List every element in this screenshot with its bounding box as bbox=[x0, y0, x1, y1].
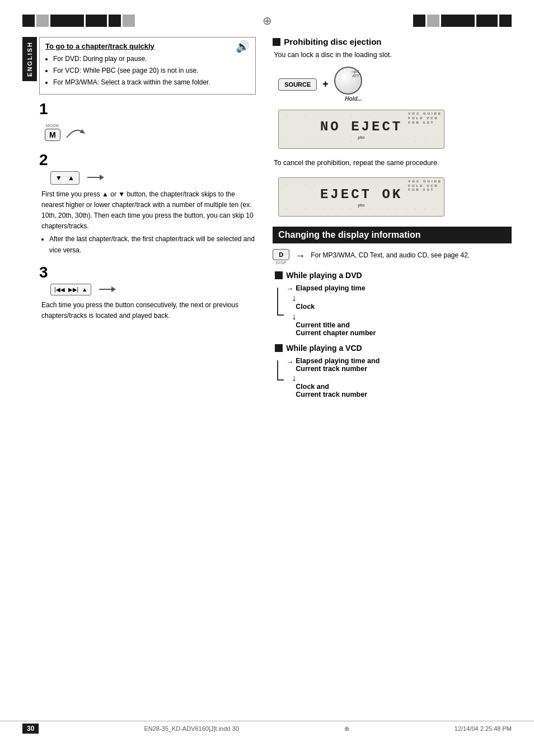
chapter-track-bullets: For DVD: During play or pause. For VCD: … bbox=[45, 54, 250, 88]
step-right-arrow bbox=[87, 175, 104, 180]
mode-button: M bbox=[45, 129, 60, 141]
dvd-flow-row-1: → Elapsed playing time bbox=[286, 284, 376, 293]
step-1-number: 1 bbox=[39, 101, 256, 117]
step-1: 1 MODE M bbox=[39, 101, 256, 143]
step-3: 3 |◀◀ ▶▶| ▲ Each time you press the butt… bbox=[39, 265, 256, 321]
dvd-flow-entry-1: → Elapsed playing time ↓ → Clock ↓ → Cur… bbox=[277, 284, 512, 337]
disp-arrow-icon: → bbox=[295, 250, 305, 262]
dvd-flow-labels: → Elapsed playing time ↓ → Clock ↓ → Cur… bbox=[286, 284, 376, 337]
dvd-flow-row-2: → Clock bbox=[286, 303, 376, 311]
cancel-text: To cancel the prohibition, repeat the sa… bbox=[274, 158, 512, 168]
bar-block bbox=[499, 15, 512, 27]
source-button: SOURCE bbox=[278, 78, 317, 91]
step-2: 2 ▼ ▲ First time you press ▲ or ▼ button… bbox=[39, 152, 256, 256]
vcd-flow-label-1: Elapsed playing time and Current track n… bbox=[296, 357, 380, 373]
dvd-flow-label-2: Clock bbox=[296, 303, 315, 311]
prohibit-description: You can lock a disc in the loading slot. bbox=[274, 51, 512, 59]
lcd2-container: · · · · · · · · · · · · · · · · · EJECT … bbox=[273, 173, 512, 221]
arrow-down-btn: ▼ bbox=[55, 174, 62, 182]
track-cluster: |◀◀ ▶▶| ▲ bbox=[50, 284, 91, 295]
step-2-bullet: After the last chapter/track, the first … bbox=[49, 234, 256, 255]
bar-block bbox=[22, 15, 35, 27]
dvd-flow-down-2: ↓ bbox=[292, 312, 376, 321]
bullet-dvd: For DVD: During play or pause. bbox=[53, 54, 250, 64]
knob-button: –φ/1ATT bbox=[334, 67, 362, 95]
bar-block bbox=[123, 15, 135, 27]
vcd-title-text: While playing a VCD bbox=[286, 344, 362, 353]
arrow-up-btn: ▲ bbox=[68, 174, 74, 182]
crosshair-center: ⊕ bbox=[263, 14, 272, 27]
file-info: EN28-35_KD-ADV6160[J]t.indd 30 bbox=[144, 725, 238, 732]
page-content: ENGLISH To go to a chapter/track quickly… bbox=[0, 37, 534, 405]
dvd-section-title: While playing a DVD bbox=[275, 271, 512, 280]
vcd-section: While playing a VCD → Elapsed playing ti… bbox=[275, 344, 512, 398]
step-right-arrow bbox=[99, 287, 116, 292]
prev-track-btn: |◀◀ bbox=[54, 287, 65, 293]
mode-label-top: MODE bbox=[46, 123, 59, 128]
step-2-number: 2 bbox=[39, 152, 256, 168]
lcd-side-labels: VOC GUIDEFOLD VCDFOR AST bbox=[408, 112, 442, 125]
lcd1-container: · · · · · · · · · · · · · · · · · NO EJE… bbox=[273, 105, 512, 153]
lcd-eject-ok: · · · · · · · · · · · · · · · · · EJECT … bbox=[278, 177, 444, 217]
dvd-flow-diagram: → Elapsed playing time ↓ → Clock ↓ → Cur… bbox=[277, 284, 512, 337]
vcd-section-title: While playing a VCD bbox=[275, 344, 512, 353]
english-sidebar: ENGLISH bbox=[22, 37, 37, 81]
step-1-image: MODE M bbox=[45, 120, 256, 143]
date-info: 12/14/04 2:25:48 PM bbox=[455, 725, 512, 732]
bar-block bbox=[441, 15, 475, 27]
dvd-section: While playing a DVD → Elapsed playing ti… bbox=[275, 271, 512, 337]
bar-block bbox=[427, 15, 439, 27]
dvd-flow-label-3: Current title and Current chapter number bbox=[296, 321, 376, 337]
prohibit-title: Prohibiting disc ejection bbox=[284, 37, 381, 46]
vcd-flow-diagram: → Elapsed playing time and Current track… bbox=[277, 357, 512, 398]
disp-note-text: For MP3/WMA, CD Text, and audio CD, see … bbox=[311, 249, 470, 260]
lcd-no-eject: · · · · · · · · · · · · · · · · · NO EJE… bbox=[278, 110, 444, 149]
bar-block bbox=[36, 15, 49, 27]
bottom-bar: 30 EN28-35_KD-ADV6160[J]t.indd 30 ⊕ 12/1… bbox=[0, 721, 534, 734]
top-bar-right-blocks bbox=[413, 15, 512, 27]
dvd-flow-bracket bbox=[277, 288, 284, 316]
arrow-cluster: ▼ ▲ bbox=[50, 171, 79, 185]
black-square-vcd bbox=[275, 344, 283, 352]
disp-note: D DISP → For MP3/WMA, CD Text, and audio… bbox=[273, 249, 512, 265]
step-3-text: Each time you press the button consecuti… bbox=[41, 300, 256, 321]
bar-block bbox=[109, 15, 121, 27]
vcd-flow-labels: → Elapsed playing time and Current track… bbox=[286, 357, 380, 398]
black-square-icon bbox=[273, 38, 280, 46]
top-decorative-bar: ⊕ bbox=[0, 10, 534, 31]
dvd-title-text: While playing a DVD bbox=[286, 271, 362, 280]
sidebar-label: ENGLISH bbox=[26, 41, 33, 77]
dvd-flow-label-1: Elapsed playing time bbox=[296, 284, 365, 292]
lcd-eject-ok-subtext: pbc bbox=[285, 203, 437, 207]
prohibit-section-heading: Prohibiting disc ejection bbox=[273, 37, 512, 46]
vcd-flow-bracket bbox=[277, 360, 284, 381]
step-2-button-group: ▼ ▲ bbox=[50, 171, 256, 185]
changing-display-title: Changing the display information bbox=[278, 230, 420, 240]
bar-block bbox=[50, 15, 84, 27]
vcd-flow-label-2: Clock and Current track number bbox=[296, 383, 367, 398]
left-column: ENGLISH To go to a chapter/track quickly… bbox=[22, 37, 267, 405]
page-number: 30 bbox=[22, 724, 39, 734]
dvd-arrow-right-1: → bbox=[286, 284, 293, 293]
knob-label: –φ/1ATT bbox=[352, 69, 359, 78]
bar-block bbox=[413, 15, 425, 27]
crosshair-bottom: ⊕ bbox=[344, 725, 349, 732]
bullet-mp3: For MP3/WMA: Select a track within the s… bbox=[53, 77, 250, 88]
step-2-image: ▼ ▲ bbox=[45, 171, 256, 185]
bar-block bbox=[86, 15, 107, 27]
step-3-number: 3 bbox=[39, 265, 256, 280]
plus-sign: + bbox=[322, 78, 329, 90]
vcd-flow-entry: → Elapsed playing time and Current track… bbox=[277, 357, 512, 398]
step-3-image: |◀◀ ▶▶| ▲ bbox=[45, 284, 256, 295]
mode-button-illus: MODE M bbox=[45, 123, 86, 141]
lcd-no-eject-subtext: pbc bbox=[285, 135, 437, 139]
vcd-flow-down-1: ↓ bbox=[292, 374, 380, 383]
vcd-arrow-right-1: → bbox=[286, 358, 293, 366]
chapter-track-section-box: To go to a chapter/track quickly 🔊 For D… bbox=[39, 37, 256, 95]
lcd2-side-labels: VOC GUIDEFOLD VCDFOR AST bbox=[408, 180, 442, 192]
step-3-button-group: |◀◀ ▶▶| ▲ bbox=[50, 284, 256, 295]
crosshair-icon: ⊕ bbox=[263, 15, 272, 27]
svg-marker-0 bbox=[79, 129, 85, 134]
source-knob-combo: SOURCE + –φ/1ATT Hold... bbox=[278, 67, 512, 102]
bullet-vcd: For VCD: While PBC (see page 20) is not … bbox=[53, 65, 250, 76]
